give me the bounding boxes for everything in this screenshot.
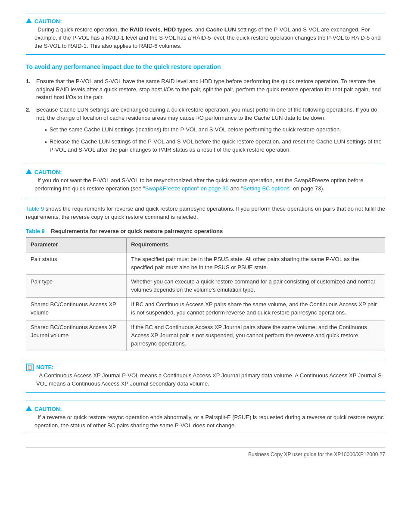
req-shared-bc-journal: If the BC and Continuous Access XP Journ… <box>127 320 385 351</box>
table-row: Pair type Whether you can execute a quic… <box>26 275 385 298</box>
req-pair-status: The specified pair must be in the PSUS s… <box>127 252 385 275</box>
caution-block-1: CAUTION: During a quick restore operatio… <box>26 13 385 55</box>
caution-text-2: CAUTION: If you do not want the P-VOL an… <box>34 168 385 193</box>
req-shared-bc-volume: If BC and Continuous Access XP pairs sha… <box>127 298 385 320</box>
step-text-1: Ensure that the P-VOL and S-VOL have the… <box>36 78 385 102</box>
step-number-2: 2. <box>26 106 33 114</box>
page-footer: Business Copy XP user guide for the XP10… <box>26 447 385 458</box>
caution-block-2: CAUTION: If you do not want the P-VOL an… <box>26 164 385 198</box>
col-header-parameter: Parameter <box>26 237 127 252</box>
param-shared-bc-journal: Shared BC/Continuous Access XP Journal v… <box>26 320 127 351</box>
table-caption-label: Table 9 <box>26 228 45 234</box>
swap-freeze-link[interactable]: Swap&Freeze option" on page 30 <box>145 185 229 192</box>
caution-triangle-icon-3 <box>26 406 32 411</box>
table-row: Shared BC/Continuous Access XP Journal v… <box>26 320 385 351</box>
steps-list: 1. Ensure that the P-VOL and S-VOL have … <box>26 78 385 158</box>
caution-label-3: CAUTION: <box>34 405 385 414</box>
table-9-ref[interactable]: Table 9 <box>26 205 44 212</box>
note-text-container: NOTE: A Continuous Access XP Journal P-V… <box>36 364 385 388</box>
param-shared-bc-volume: Shared BC/Continuous Access XP volume <box>26 298 127 320</box>
table-row: Shared BC/Continuous Access XP volume If… <box>26 298 385 320</box>
requirements-table: Parameter Requirements Pair status The s… <box>26 237 385 351</box>
table-intro-paragraph: Table 9 shows the requirements for rever… <box>26 205 385 221</box>
setting-bc-options-link[interactable]: Setting BC options <box>243 185 290 192</box>
table-header-row: Parameter Requirements <box>26 237 385 252</box>
caution-block-3: CAUTION: If a reverse or quick restore r… <box>26 401 385 435</box>
caution-label-2: CAUTION: <box>34 168 385 177</box>
step-1: 1. Ensure that the P-VOL and S-VOL have … <box>26 78 385 102</box>
section-heading: To avoid any performance impact due to t… <box>26 62 385 71</box>
table-caption-title: Requirements for reverse or quick restor… <box>46 228 223 234</box>
step-2: 2. Because Cache LUN settings are exchan… <box>26 106 385 158</box>
step-content-2: Because Cache LUN settings are exchanged… <box>36 106 385 158</box>
bullet-item-2: Release the Cache LUN settings of the P-… <box>45 138 385 154</box>
step-number-1: 1. <box>26 78 33 86</box>
caution-triangle-icon-1 <box>26 18 32 23</box>
table-caption: Table 9 Requirements for reverse or quic… <box>26 227 385 236</box>
param-pair-type: Pair type <box>26 275 127 298</box>
caution-triangle-icon-2 <box>26 169 32 174</box>
bullet-text-1: Set the same Cache LUN settings (locatio… <box>50 126 341 134</box>
col-header-requirements: Requirements <box>127 237 385 252</box>
bullet-list: Set the same Cache LUN settings (locatio… <box>45 126 385 154</box>
caution-text-3: CAUTION: If a reverse or quick restore r… <box>34 405 385 430</box>
caution-label-1: CAUTION: <box>34 18 385 26</box>
note-label: NOTE: <box>36 364 385 372</box>
step-text-2: Because Cache LUN settings are exchanged… <box>36 106 377 121</box>
param-pair-status: Pair status <box>26 252 127 275</box>
footer-text: Business Copy XP user guide for the XP10… <box>248 451 385 458</box>
req-pair-type: Whether you can execute a quick restore … <box>127 275 385 298</box>
caution-text-1: CAUTION: During a quick restore operatio… <box>34 18 385 50</box>
note-icon: 📋 <box>26 364 34 371</box>
note-block: 📋 NOTE: A Continuous Access XP Journal P… <box>26 359 385 393</box>
table-row: Pair status The specified pair must be i… <box>26 252 385 275</box>
bullet-text-2: Release the Cache LUN settings of the P-… <box>50 138 385 154</box>
bullet-item-1: Set the same Cache LUN settings (locatio… <box>45 126 385 134</box>
